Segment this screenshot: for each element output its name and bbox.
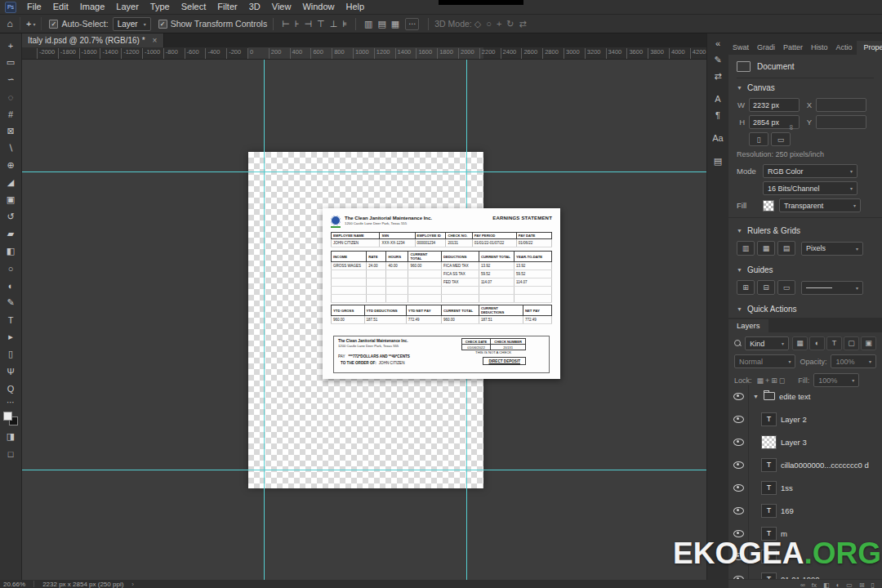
guide-horizontal-bottom[interactable]	[21, 470, 707, 470]
guide-horizontal-top[interactable]	[21, 172, 707, 172]
lock-icon[interactable]: ▦	[756, 376, 765, 385]
quick-selection-tool-icon[interactable]: ◌	[1, 88, 20, 105]
visibility-toggle[interactable]	[728, 408, 749, 430]
visibility-toggle[interactable]	[728, 430, 749, 453]
libraries-panel-icon[interactable]: ▤	[708, 154, 728, 168]
guide-vertical-left[interactable]	[264, 59, 265, 580]
menu-type[interactable]: Type	[145, 0, 176, 14]
width-field[interactable]: 2232 px	[749, 98, 800, 112]
align-icon[interactable]: ⊧	[340, 19, 350, 29]
marquee-tool-icon[interactable]: ▭	[1, 54, 20, 71]
crop-tool-icon[interactable]: #	[1, 105, 20, 122]
tab-gradi[interactable]: Gradi	[753, 41, 779, 55]
more-options-icon[interactable]: ⋯	[405, 18, 419, 30]
menu-window[interactable]: Window	[296, 0, 340, 14]
color-mode-dropdown[interactable]: RGB Color▾	[763, 164, 858, 178]
x-field[interactable]	[816, 98, 866, 112]
lock-icon[interactable]: ◻	[778, 376, 786, 385]
guides-section-header[interactable]: ▼ Guides	[737, 261, 874, 278]
hand-tool-icon[interactable]: Ψ	[1, 363, 20, 380]
filter-icon[interactable]: ▢	[844, 336, 859, 350]
landscape-orientation-button[interactable]: ▭	[771, 132, 791, 146]
link-dimensions-icon[interactable]: ∞	[787, 125, 795, 130]
canvas-area[interactable]: The Clean Janitorial Maintenance Inc. 12…	[21, 59, 707, 580]
align-icon[interactable]: ⊤	[314, 19, 327, 29]
canvas-fill-dropdown[interactable]: Transparent▾	[779, 198, 861, 212]
mode-3d-icon[interactable]: ○	[483, 19, 494, 29]
auto-select-dropdown[interactable]: Layer▾	[113, 17, 151, 31]
frame-tool-icon[interactable]: ⊠	[1, 122, 20, 140]
align-icon[interactable]: ⊣	[301, 19, 314, 29]
chevron-right-icon[interactable]: ›	[131, 581, 134, 588]
menu-layer[interactable]: Layer	[110, 0, 145, 14]
paragraph-panel-icon[interactable]: ¶	[708, 108, 728, 122]
glyphs-panel-icon[interactable]: Aa	[708, 131, 728, 145]
layer-row[interactable]: T Layer 2	[728, 408, 882, 430]
menu-filter[interactable]: Filter	[212, 0, 243, 14]
mode-3d-icon[interactable]: ↻	[504, 19, 516, 29]
visibility-toggle[interactable]	[728, 499, 749, 522]
menu-file[interactable]: File	[21, 0, 47, 14]
eyedropper-tool-icon[interactable]: ∖	[1, 140, 20, 157]
tab-actio[interactable]: Actio	[832, 41, 857, 55]
tab-swat[interactable]: Swat	[728, 41, 753, 55]
edit-toolbar-icon[interactable]: ⋯	[7, 397, 15, 408]
rulers-grids-section-header[interactable]: ▼ Rulers & Grids	[737, 221, 874, 239]
distribute-icon[interactable]: ▥	[362, 19, 375, 29]
move-tool-icon[interactable]: +	[1, 37, 20, 54]
history-brush-tool-icon[interactable]: ↺	[1, 208, 20, 225]
mode-3d-icon[interactable]: ◇	[472, 19, 483, 29]
blur-tool-icon[interactable]: ○	[1, 260, 20, 277]
distribute-icon[interactable]: ▤	[375, 19, 388, 29]
type-tool-icon[interactable]: T	[1, 311, 20, 328]
gradient-tool-icon[interactable]: ◧	[1, 243, 20, 260]
collapse-panels-icon[interactable]: «	[708, 36, 728, 51]
chevron-down-icon[interactable]: ▼	[753, 394, 759, 399]
align-icon[interactable]: ⊢	[279, 19, 292, 29]
eraser-tool-icon[interactable]: ▰	[1, 225, 20, 243]
mode-3d-icon[interactable]: ⇄	[517, 19, 529, 29]
clear-guides-button[interactable]: ▭	[777, 280, 795, 295]
grid-settings-button[interactable]: ▤	[777, 241, 795, 256]
canvas-section-header[interactable]: ▼ Canvas	[737, 78, 874, 96]
path-selection-tool-icon[interactable]: ▸	[1, 328, 20, 345]
quick-mask-icon[interactable]: ◨	[1, 428, 20, 445]
grid-unit-dropdown[interactable]: Pixels▾	[801, 242, 863, 256]
pen-tool-icon[interactable]: ✎	[1, 294, 20, 311]
healing-brush-tool-icon[interactable]: ⊕	[1, 157, 20, 174]
lock-guides-button[interactable]: ⊟	[757, 280, 775, 295]
layer-row[interactable]: Layer 3	[728, 430, 882, 453]
menu-help[interactable]: Help	[341, 0, 371, 14]
filter-icon[interactable]: T	[826, 336, 842, 350]
distribute-icon[interactable]: ▦	[389, 19, 402, 29]
y-field[interactable]	[816, 115, 866, 129]
layers-footer-icon[interactable]: ◧	[823, 581, 830, 588]
menu-3d[interactable]: 3D	[243, 0, 266, 14]
menu-image[interactable]: Image	[74, 0, 111, 14]
clone-stamp-tool-icon[interactable]: ▣	[1, 191, 20, 208]
tab-layers[interactable]: Layers	[728, 319, 768, 332]
brush-settings-icon[interactable]: ✎	[708, 52, 728, 67]
filter-icon[interactable]: ◐	[809, 336, 825, 350]
toggle-grid-button[interactable]: ▦	[757, 241, 775, 256]
transform-controls-checkbox[interactable]: ✓	[158, 20, 167, 29]
toggle-guides-button[interactable]: ⊞	[737, 280, 755, 295]
layers-footer-icon[interactable]: ∞	[800, 581, 805, 588]
auto-select-checkbox[interactable]: ✓	[49, 20, 58, 29]
dodge-tool-icon[interactable]: ◐	[1, 277, 20, 294]
brush-tool-icon[interactable]: ◢	[1, 174, 20, 191]
layers-footer-icon[interactable]: ▯	[871, 581, 875, 588]
lock-icon[interactable]: +	[764, 376, 770, 385]
layers-footer-icon[interactable]: ⊞	[859, 581, 865, 588]
mode-3d-icon[interactable]: +	[494, 19, 504, 29]
layer-filter-dropdown[interactable]: Kind▾	[745, 336, 789, 350]
document-tab[interactable]: Italy id.psd @ 20.7% (RGB/16) * ×	[21, 33, 164, 47]
layer-row[interactable]: T 169	[728, 499, 882, 522]
visibility-toggle[interactable]	[728, 476, 749, 499]
home-icon[interactable]: ⌂	[0, 18, 20, 29]
swap-arrows-icon[interactable]: ⇄	[708, 69, 728, 83]
blend-mode-dropdown[interactable]: Normal▾	[734, 354, 795, 368]
active-tool-icon[interactable]: +▾	[20, 17, 42, 30]
lasso-tool-icon[interactable]: ∽	[1, 71, 20, 88]
align-icon[interactable]: ⊥	[327, 19, 341, 29]
